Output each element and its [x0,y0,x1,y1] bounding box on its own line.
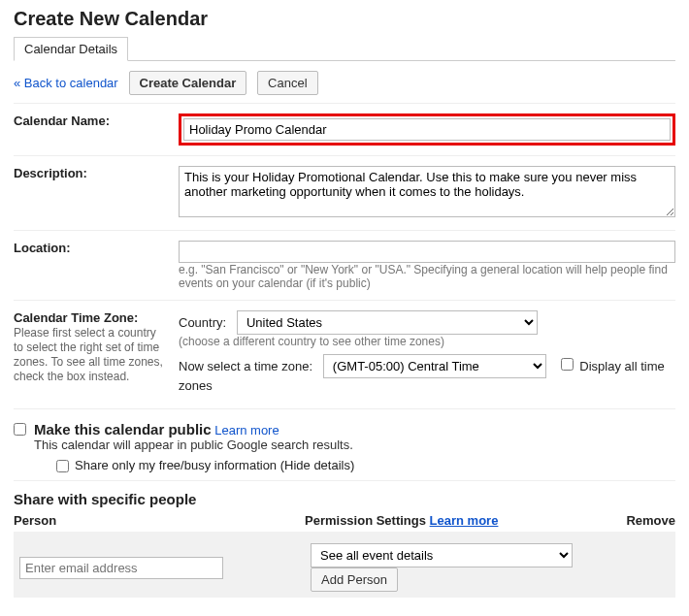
share-permission-select[interactable]: See all event details [311,543,573,567]
description-textarea[interactable] [179,166,675,217]
tab-calendar-details[interactable]: Calendar Details [14,37,128,61]
share-input-row-container: See all event details Add Person [14,532,675,598]
make-public-checkbox[interactable] [14,423,26,436]
add-person-button[interactable]: Add Person [311,567,398,592]
timezone-country-label: Country: [179,315,226,330]
create-calendar-button-top[interactable]: Create Calendar [129,71,247,95]
timezone-country-select[interactable]: United States [237,310,538,335]
share-heading: Share with specific people [14,491,675,507]
make-public-label: Make this calendar public [34,421,212,438]
calendar-name-label: Calendar Name: [14,113,179,146]
page-title: Create New Calendar [14,8,675,30]
make-public-hint: This calendar will appear in public Goog… [34,438,353,452]
timezone-label: Calendar Time Zone: [14,310,138,325]
timezone-country-hint: (choose a different country to see other… [179,335,675,348]
timezone-country-row: Country: United States (choose a differe… [179,310,675,348]
share-freebusy-checkbox[interactable] [56,460,69,472]
share-freebusy-label: Share only my free/busy information (Hid… [75,458,354,472]
location-section: Location: e.g. "San Francisco" or "New Y… [14,230,675,300]
timezone-sublabel: Please first select a country to select … [14,326,163,383]
description-section: Description: [14,155,675,230]
share-perm-learn-more-link[interactable]: Learn more [430,513,499,528]
share-email-input[interactable] [19,557,223,579]
share-input-row: See all event details Add Person [19,543,670,592]
share-remove-header: Remove [596,513,675,528]
make-public-section: Make this calendar public Learn more Thi… [14,408,675,480]
location-input[interactable] [179,241,675,263]
timezone-select-row: Now select a time zone: (GMT-05:00) Cent… [179,354,675,393]
back-to-calendar-link[interactable]: « Back to calendar [14,76,118,90]
share-header-row: Person Permission Settings Learn more Re… [14,513,675,528]
share-person-header: Person [14,513,305,528]
location-hint: e.g. "San Francisco" or "New York" or "U… [179,263,675,290]
description-label: Description: [14,166,179,220]
cancel-button-top[interactable]: Cancel [257,71,317,95]
timezone-select[interactable]: (GMT-05:00) Central Time [323,354,546,378]
location-label: Location: [14,241,179,290]
calendar-name-section: Calendar Name: [14,103,675,155]
timezone-select-label: Now select a time zone: [179,359,312,373]
calendar-name-highlight [179,113,675,146]
share-section: Share with specific people Person Permis… [14,480,675,598]
calendar-name-input[interactable] [183,118,671,141]
share-perm-header: Permission Settings [305,513,426,528]
timezone-section: Calendar Time Zone: Please first select … [14,300,675,408]
display-all-timezones-checkbox[interactable] [561,358,574,371]
make-public-learn-more-link[interactable]: Learn more [214,423,279,438]
top-action-row: « Back to calendar Create Calendar Cance… [14,71,675,95]
tabrow: Calendar Details [14,36,675,61]
